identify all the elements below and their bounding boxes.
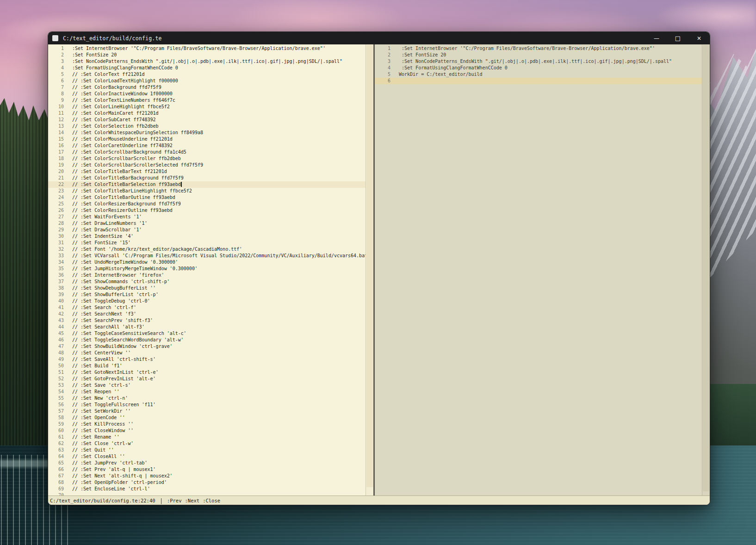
code-line[interactable]: 4:Set FormatUsingClangFormatWhenCCode 0 (48, 65, 366, 71)
code-line[interactable]: 5WorkDir = C:/text_editor/build (375, 71, 702, 78)
code-line[interactable]: 13// :Set ColorSelection ffb2dbeb (48, 123, 366, 130)
code-line[interactable]: 10// :Set ColorLineHighlight ffbce5f2 (48, 104, 366, 110)
code-line[interactable]: 33// :Set VCVarsall 'C:/Program Files/Mi… (48, 253, 366, 259)
status-action-close[interactable]: :Close (203, 498, 220, 503)
code-line[interactable]: 5// :Set ColorText ff21201d (48, 71, 366, 78)
code-line[interactable]: 31// :Set FontSize '15' (48, 240, 366, 246)
code-line[interactable]: 2:Set FontSize 20 (48, 52, 366, 58)
code-line[interactable]: 49// :Set SaveAll 'ctrl-shift-s' (48, 356, 366, 363)
code-line[interactable]: 63// :Set Quit '' (48, 447, 366, 453)
code-line[interactable]: 6 (375, 78, 702, 84)
code-line[interactable]: 46// :Set ToggleSearchWordBoundary 'alt-… (48, 337, 366, 343)
code-line[interactable]: 22// :Set ColorTitleBarSelection ff93aeb… (48, 181, 366, 188)
code-line[interactable]: 4 :Set FormatUsingClangFormatWhenCCode 0 (375, 65, 702, 71)
right-scrollbar-thumb[interactable] (703, 45, 709, 491)
code-line[interactable]: 40// :Set ToggleDebug 'ctrl-0' (48, 298, 366, 304)
code-line[interactable]: 26// :Set ColorResizerOutline ff93aebd (48, 207, 366, 214)
right-scrollbar[interactable] (702, 44, 710, 495)
code-line[interactable]: 39// :Set ShowBufferList 'ctrl-p' (48, 291, 366, 298)
code-line[interactable]: 12// :Set ColorSubCaret ff748392 (48, 117, 366, 123)
code-line[interactable]: 56// :Set ToggleFullscreen 'f11' (48, 402, 366, 408)
line-number: 69 (48, 486, 72, 492)
code-line[interactable]: 67// :Set Next 'alt-shift-q | mousex2' (48, 473, 366, 479)
code-line[interactable]: 68// :Set OpenUpFolder 'ctrl-period' (48, 479, 366, 486)
line-number: 63 (48, 447, 72, 453)
minimize-button[interactable]: — (646, 32, 667, 44)
left-scrollbar[interactable] (366, 44, 373, 495)
code-line[interactable]: 16// :Set ColorCaretUnderline ff748392 (48, 142, 366, 149)
line-number: 27 (48, 214, 72, 220)
code-line[interactable]: 50// :Set Build 'f1' (48, 363, 366, 369)
code-line[interactable]: 36// :Set InternetBrowser 'firefox' (48, 272, 366, 279)
code-line[interactable]: 41// :Set Search 'ctrl-f' (48, 304, 366, 311)
code-line[interactable]: 3 :Set NonCodePatterns_EndsWith ".git/|.… (375, 58, 702, 65)
code-line[interactable]: 58// :Set OpenCode '' (48, 415, 366, 421)
code-line[interactable]: 44// :Set SearchAll 'alt-f3' (48, 324, 366, 330)
code-line[interactable]: 2 :Set FontSize 20 (375, 52, 702, 58)
code-line[interactable]: 15// :Set ColorMouseUnderline ff21201d (48, 136, 366, 142)
code-line[interactable]: 24// :Set ColorTitleBarOutline ff93aebd (48, 194, 366, 201)
code-line[interactable]: 29// :Set DrawScrollbar '1' (48, 227, 366, 233)
code-line[interactable]: 27// :Set WaitForEvents '1' (48, 214, 366, 220)
code-line[interactable]: 55// :Set New 'ctrl-n' (48, 395, 366, 402)
status-action-prev[interactable]: :Prev (167, 498, 182, 503)
status-action-next[interactable]: :Next (185, 498, 200, 503)
code-line[interactable]: 54// :Set Reopen '' (48, 389, 366, 395)
code-line[interactable]: 21// :Set ColorTitleBarBackground ffd7f5… (48, 175, 366, 181)
code-line[interactable]: 3:Set NonCodePatterns_EndsWith ".git/|.o… (48, 58, 366, 65)
code-line[interactable]: 45// :Set ToggleCaseSensitiveSearch 'alt… (48, 330, 366, 337)
code-line[interactable]: 61// :Set Rename '' (48, 434, 366, 440)
code-line[interactable]: 70 (48, 492, 366, 495)
code-line[interactable]: 53// :Set Save 'ctrl-s' (48, 382, 366, 389)
code-line[interactable]: 6// :Set ColorLoadTextHighlight f000000 (48, 78, 366, 84)
titlebar[interactable]: C:/text_editor/build/config.te — □ ✕ (48, 32, 710, 44)
line-number: 21 (48, 175, 72, 181)
code-line[interactable]: 20// :Set ColorTitleBarText ff21201d (48, 168, 366, 175)
code-line[interactable]: 51// :Set GotoNextInList 'ctrl-e' (48, 369, 366, 376)
line-number: 61 (48, 434, 72, 440)
left-scrollbar-thumb[interactable] (366, 45, 373, 487)
code-line[interactable]: 64// :Set CloseAll '' (48, 453, 366, 460)
forest-left (0, 98, 56, 468)
code-line[interactable]: 30// :Set IndentSize '4' (48, 233, 366, 240)
line-number: 25 (48, 201, 72, 207)
close-button[interactable]: ✕ (688, 32, 710, 44)
code-line[interactable]: 1 :Set InternetBrowser '"C:/Program File… (375, 45, 702, 52)
code-line[interactable]: 14// :Set ColorWhitespaceDuringSelection… (48, 130, 366, 136)
code-line[interactable]: 42// :Set SearchNext 'f3' (48, 311, 366, 317)
code-line[interactable]: 62// :Set Close 'ctrl-w' (48, 440, 366, 447)
code-line[interactable]: 37// :Set ShowCommands 'ctrl-shift-p' (48, 279, 366, 285)
code-text: // :Set Next 'alt-shift-q | mousex2' (72, 473, 366, 479)
line-number: 20 (48, 168, 72, 175)
code-line[interactable]: 59// :Set KillProcess '' (48, 421, 366, 427)
code-line[interactable]: 60// :Set CloseWindow '' (48, 427, 366, 434)
code-line[interactable]: 7// :Set ColorBackground ffd7f5f9 (48, 84, 366, 91)
code-line[interactable]: 35// :Set JumpHistoryMergeTimeWindow '0.… (48, 266, 366, 272)
code-line[interactable]: 28// :Set DrawLineNumbers '1' (48, 220, 366, 227)
status-actions: :Prev :Next :Close (167, 498, 223, 503)
code-line[interactable]: 52// :Set GotoPrevInList 'alt-e' (48, 376, 366, 382)
code-line[interactable]: 43// :Set SearchPrev 'shift-f3' (48, 317, 366, 324)
code-line[interactable]: 57// :Set SetWorkDir '' (48, 408, 366, 415)
code-line[interactable]: 34// :Set UndoMergeTimeWindow '0.300000' (48, 259, 366, 266)
code-line[interactable]: 47// :Set ShowBuildWindow 'ctrl-grave' (48, 343, 366, 350)
code-line[interactable]: 8// :Set ColorInactiveWindow 1f000000 (48, 91, 366, 97)
code-line[interactable]: 1:Set InternetBrowser '"C:/Program Files… (48, 45, 366, 52)
maximize-button[interactable]: □ (667, 32, 688, 44)
code-line[interactable]: 48// :Set CenterView '' (48, 350, 366, 356)
code-line[interactable]: 65// :Set JumpPrev 'ctrl-tab' (48, 460, 366, 466)
code-line[interactable]: 69// :Set EncloseLine 'ctrl-l' (48, 486, 366, 492)
code-area-left[interactable]: 1:Set InternetBrowser '"C:/Program Files… (48, 44, 366, 495)
code-line[interactable]: 38// :Set ShowDebugBufferList '' (48, 285, 366, 291)
code-line[interactable]: 66// :Set Prev 'alt-q | mousex1' (48, 466, 366, 473)
code-line[interactable]: 9// :Set ColorTextLineNumbers ff646f7c (48, 97, 366, 104)
code-line[interactable]: 25// :Set ColorResizerBackground ffd7f5f… (48, 201, 366, 207)
code-line[interactable]: 11// :Set ColorMainCaret ff21201d (48, 110, 366, 117)
code-line[interactable]: 18// :Set ColorScrollbarScroller ffb2dbe… (48, 155, 366, 162)
code-line[interactable]: 23// :Set ColorTitleBarLineHighlight ffb… (48, 188, 366, 194)
code-line[interactable]: 19// :Set ColorScrollbarScrollerSelected… (48, 162, 366, 168)
code-line[interactable]: 17// :Set ColorScrollbarBackground ffa1c… (48, 149, 366, 155)
code-area-right[interactable]: 1 :Set InternetBrowser '"C:/Program File… (375, 44, 702, 495)
code-text: // :Set ColorBackground ffd7f5f9 (72, 84, 366, 91)
code-line[interactable]: 32// :Set Font '/home/krz/text_editor/pa… (48, 246, 366, 253)
